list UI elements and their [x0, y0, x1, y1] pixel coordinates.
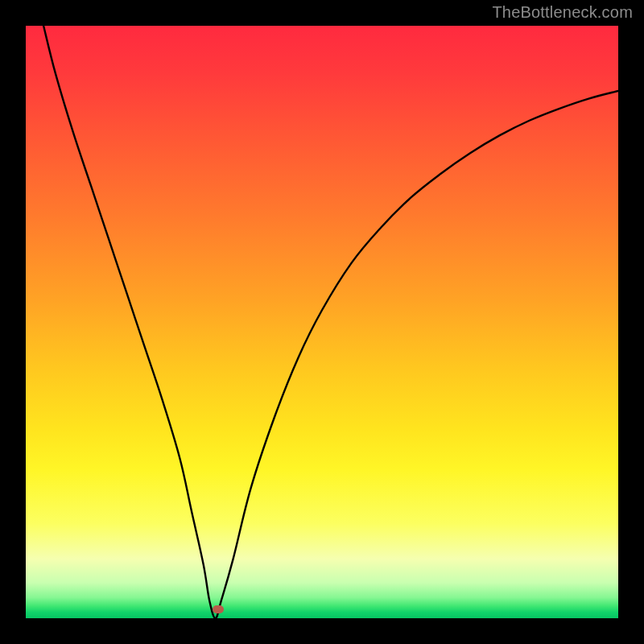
plot-area: [26, 26, 618, 618]
chart-frame: TheBottleneck.com: [0, 0, 644, 644]
watermark-text: TheBottleneck.com: [492, 3, 633, 22]
curve-svg: [26, 26, 618, 618]
min-marker: [213, 605, 224, 613]
bottleneck-curve: [43, 26, 618, 618]
